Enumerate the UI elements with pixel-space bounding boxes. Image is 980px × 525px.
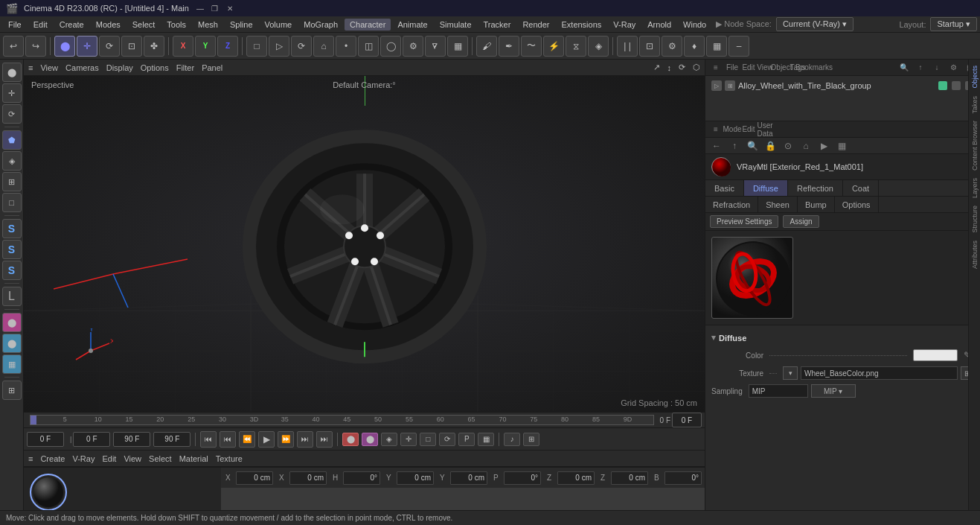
b-input[interactable]: 0° (664, 471, 702, 485)
color-swatch[interactable] (913, 349, 958, 361)
nav-home-btn[interactable]: ⌂ (799, 139, 813, 153)
step-fwd-btn[interactable]: ⏩ (278, 431, 294, 448)
viewport-canvas[interactable]: X Y Perspective Default Camera:° Grid Sp… (24, 76, 705, 412)
param-key-btn[interactable]: P (458, 433, 475, 446)
close-btn[interactable]: ✕ (225, 3, 235, 13)
attrs-userdata-menu[interactable]: User Data (759, 124, 771, 136)
diamond-btn[interactable]: ◈ (588, 36, 609, 57)
lt-paint-btn[interactable]: ⬤ (2, 313, 22, 332)
dot-btn[interactable]: • (336, 36, 356, 57)
x-axis-btn[interactable]: X (173, 36, 193, 57)
snap4-btn[interactable]: ♦ (684, 36, 705, 57)
tab-reflection[interactable]: Reflection (788, 180, 843, 196)
subtab-options[interactable]: Options (835, 197, 879, 212)
subtab-refraction[interactable]: Refraction (705, 197, 758, 212)
menu-select[interactable]: Select (127, 19, 161, 31)
lt-grid2-btn[interactable]: ▦ (2, 354, 22, 374)
lt-move-btn[interactable]: ✛ (2, 83, 22, 103)
rot-key-btn[interactable]: ⟳ (439, 433, 455, 446)
vp-options-menu[interactable]: Options (141, 63, 169, 72)
frame-render-input[interactable]: 90 F (153, 432, 190, 447)
nav-up-btn[interactable]: ↑ (728, 139, 741, 153)
menu-create[interactable]: Create (54, 19, 89, 31)
vp-cameras-menu[interactable]: Cameras (65, 63, 99, 72)
maximize-btn[interactable]: ❐ (210, 3, 220, 13)
objects-filter-icon[interactable]: ⚙ (947, 62, 959, 74)
attrs-edit-menu[interactable]: Edit (743, 124, 755, 136)
objects-search-icon[interactable]: 🔍 (898, 62, 910, 74)
objects-bookmarks-menu[interactable]: Bookmarks (808, 62, 820, 74)
grid-btn[interactable]: ▦ (447, 36, 468, 57)
smooth-btn[interactable]: 〜 (521, 36, 542, 57)
objects-edit-menu[interactable]: Edit (743, 62, 755, 74)
move-tool-btn[interactable]: ✛ (77, 36, 97, 57)
model-mode-btn[interactable]: ⬤ (54, 36, 75, 57)
lt-uv-btn[interactable]: ⊞ (2, 172, 22, 191)
lt-snap-btn[interactable]: ⬤ (2, 334, 22, 353)
snap-btn[interactable]: | | (617, 36, 638, 57)
menu-character[interactable]: Character (345, 19, 391, 31)
menu-volume[interactable]: Volume (260, 19, 298, 31)
lt-sculpt-btn[interactable]: ◈ (2, 151, 22, 171)
auto-key-btn[interactable]: ⬤ (362, 433, 378, 446)
mat-select-menu[interactable]: Select (149, 454, 172, 463)
keyframe-btn[interactable]: ◈ (381, 433, 397, 446)
frame-current-input[interactable]: 0 F (73, 432, 110, 447)
circle-btn[interactable]: ◯ (380, 36, 401, 57)
tri-btn[interactable]: ⛛ (425, 36, 446, 57)
play-btn[interactable]: ▶ (258, 431, 275, 448)
x-rot-input[interactable]: 0 cm (289, 471, 327, 485)
pen-btn[interactable]: ✒ (499, 36, 519, 57)
transform-btn[interactable]: ✤ (144, 36, 164, 57)
y-pos-input[interactable]: 0 cm (397, 471, 434, 485)
menu-file[interactable]: File (3, 19, 27, 31)
p-input[interactable]: 0° (504, 471, 541, 485)
lt-s2-btn[interactable]: S (2, 240, 22, 259)
null-obj-btn[interactable]: □ (246, 36, 267, 57)
objects-object-menu[interactable]: Object (775, 62, 787, 74)
play-btn[interactable]: ▷ (269, 36, 289, 57)
vp-filter-menu[interactable]: Filter (176, 63, 194, 72)
tab-basic[interactable]: Basic (705, 180, 744, 196)
attrs-hamburger[interactable]: ≡ (710, 124, 722, 136)
snap3-btn[interactable]: ⚙ (662, 36, 682, 57)
step-back-btn[interactable]: ⏪ (239, 431, 255, 448)
menu-mesh[interactable]: Mesh (193, 19, 223, 31)
nav-circle-btn[interactable]: ⊙ (781, 139, 795, 153)
minimize-btn[interactable]: — (195, 3, 205, 13)
nav-lock-btn[interactable]: 🔒 (763, 139, 777, 153)
menu-vray[interactable]: V-Ray (608, 19, 641, 31)
lt-select-btn[interactable]: ⬤ (2, 63, 22, 82)
move-key-btn[interactable]: ✛ (400, 433, 417, 446)
next-frame-btn[interactable]: ⏭ (297, 431, 313, 448)
menu-render[interactable]: Render (517, 19, 554, 31)
subtab-bump[interactable]: Bump (798, 197, 835, 212)
goto-start-btn[interactable]: ⏮ (200, 431, 217, 448)
paint-btn[interactable]: 🖌 (476, 36, 497, 57)
nav-grid-btn[interactable]: ▦ (835, 139, 848, 153)
y-axis-btn[interactable]: Y (195, 36, 216, 57)
subtab-sheen[interactable]: Sheen (758, 197, 798, 212)
goto-end-btn[interactable]: ⏭ (316, 431, 333, 448)
assign-btn[interactable]: Assign (783, 215, 819, 228)
lt-rotate-btn[interactable]: ⟳ (2, 104, 22, 124)
objects-up-icon[interactable]: ↑ (915, 62, 926, 74)
mat-edit-menu[interactable]: Edit (102, 454, 116, 463)
menu-tracker[interactable]: Tracker (478, 19, 516, 31)
lt-extra-btn[interactable]: ⊞ (2, 381, 22, 400)
tab-coat[interactable]: Coat (843, 180, 879, 196)
redo-btn[interactable]: ↪ (25, 36, 46, 57)
home-btn[interactable]: ⌂ (313, 36, 334, 57)
record-btn[interactable]: ⬤ (342, 433, 359, 446)
tab-attributes[interactable]: Attributes (970, 238, 980, 272)
vp-icon-reset[interactable]: ⟳ (679, 63, 685, 72)
menu-edit[interactable]: Edit (28, 19, 53, 31)
extra-btn[interactable]: ⊞ (523, 433, 539, 446)
mat-view-menu[interactable]: View (124, 454, 141, 463)
menu-tools[interactable]: Tools (161, 19, 191, 31)
gear-btn[interactable]: ⚙ (403, 36, 423, 57)
mat-create-menu[interactable]: Create (40, 454, 65, 463)
menu-spline[interactable]: Spline (225, 19, 258, 31)
menu-animate[interactable]: Animate (392, 19, 432, 31)
sampling-dropdown[interactable]: MIP ▾ (811, 384, 856, 398)
